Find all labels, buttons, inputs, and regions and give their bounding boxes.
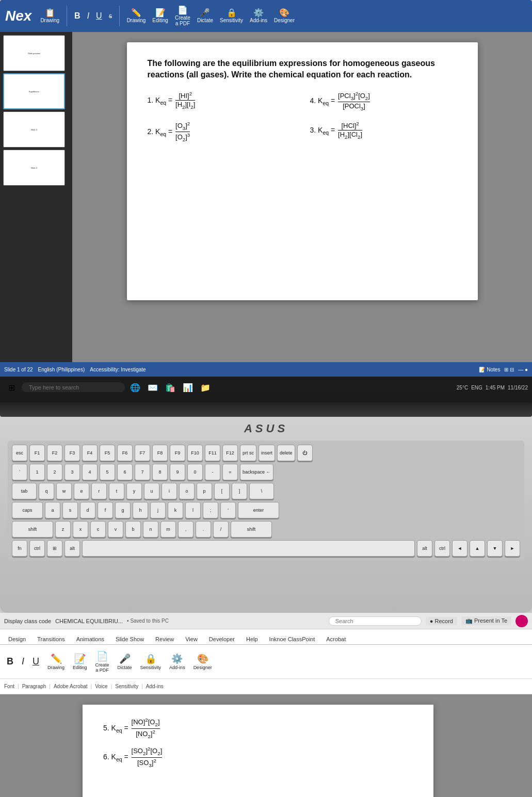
taskbar-mail-icon[interactable]: ✉️ — [146, 380, 160, 392]
tab-animations[interactable]: Animations — [71, 634, 109, 644]
key-capslock[interactable]: caps — [12, 502, 43, 518]
key-f9[interactable]: F9 — [170, 445, 185, 461]
key-f8[interactable]: F8 — [152, 445, 168, 461]
key-f10[interactable]: F10 — [187, 445, 203, 461]
key-f7[interactable]: F7 — [135, 445, 150, 461]
second-editing-button[interactable]: 📝 Editing — [70, 652, 90, 671]
second-create-pdf-button[interactable]: 📄 Createa PDF — [93, 649, 112, 674]
ppt-search-input[interactable] — [329, 616, 422, 626]
key-lctrl[interactable]: ctrl — [29, 540, 45, 557]
slide-thumb-4[interactable]: Slide 4 — [3, 150, 65, 186]
strikethrough-button[interactable]: S̶ — [106, 12, 115, 21]
key-slash[interactable]: / — [213, 521, 229, 538]
second-designer-button[interactable]: 🎨 Designer — [191, 652, 215, 671]
key-l[interactable]: l — [185, 502, 201, 518]
slide-thumb-3[interactable]: Slide 3 — [3, 111, 65, 148]
key-delete[interactable]: delete — [277, 445, 295, 461]
key-w[interactable]: w — [56, 483, 72, 499]
key-period[interactable]: . — [196, 521, 211, 538]
zoom-control[interactable]: — ● — [518, 367, 528, 372]
key-i[interactable]: i — [162, 483, 177, 499]
taskbar-excel-icon[interactable]: 📊 — [181, 380, 195, 392]
key-f6[interactable]: F6 — [117, 445, 133, 461]
key-rshift[interactable]: shift — [231, 521, 272, 538]
key-enter[interactable]: enter — [238, 502, 279, 518]
key-2[interactable]: 2 — [47, 464, 62, 480]
key-n[interactable]: n — [143, 521, 158, 538]
bold-button[interactable]: B — [72, 10, 83, 22]
create-pdf-button[interactable]: 📄 Createa PDF — [172, 5, 193, 28]
key-u[interactable]: u — [144, 483, 159, 499]
second-underline-button[interactable]: U — [30, 655, 42, 668]
key-lalt[interactable]: alt — [65, 540, 80, 557]
tab-developer[interactable]: Developer — [204, 634, 240, 644]
key-right[interactable]: ► — [505, 540, 520, 557]
key-0[interactable]: 0 — [187, 464, 203, 480]
tab-design[interactable]: Design — [3, 634, 31, 644]
taskbar-powerpoint-icon[interactable]: 📁 — [198, 380, 213, 392]
designer-button[interactable]: 🎨 Designer — [271, 7, 297, 25]
tab-help[interactable]: Help — [241, 634, 263, 644]
key-quote[interactable]: ' — [220, 502, 236, 518]
key-6[interactable]: 6 — [117, 464, 133, 480]
key-lbracket[interactable]: [ — [214, 483, 230, 499]
key-f4[interactable]: F4 — [82, 445, 98, 461]
taskbar-store-icon[interactable]: 🛍️ — [163, 380, 178, 392]
second-bold-button[interactable]: B — [4, 655, 16, 668]
key-d[interactable]: d — [80, 502, 95, 518]
key-f2[interactable]: F2 — [47, 445, 62, 461]
key-q[interactable]: q — [39, 483, 54, 499]
taskbar-chrome-icon[interactable]: 🌐 — [128, 380, 142, 392]
key-fn[interactable]: fn — [12, 540, 27, 557]
key-lshift[interactable]: shift — [12, 521, 53, 538]
key-esc[interactable]: esc — [12, 445, 27, 461]
key-tab[interactable]: tab — [12, 483, 37, 499]
notes-button[interactable]: 📝 Notes — [479, 367, 500, 372]
search-input[interactable] — [22, 382, 125, 392]
second-italic-button[interactable]: I — [19, 655, 27, 668]
key-j[interactable]: j — [150, 502, 166, 518]
key-f[interactable]: f — [98, 502, 113, 518]
tab-transitions[interactable]: Transitions — [32, 634, 70, 644]
key-f12[interactable]: F12 — [222, 445, 238, 461]
key-s[interactable]: s — [62, 502, 78, 518]
editing-button[interactable]: 📝 Editing — [150, 7, 171, 25]
key-8[interactable]: 8 — [152, 464, 168, 480]
key-z[interactable]: z — [55, 521, 71, 538]
tab-acrobat[interactable]: Acrobat — [321, 634, 351, 644]
key-v[interactable]: v — [108, 521, 123, 538]
key-k[interactable]: k — [168, 502, 183, 518]
key-p[interactable]: p — [197, 483, 212, 499]
key-rctrl[interactable]: ctrl — [434, 540, 450, 557]
key-1[interactable]: 1 — [29, 464, 45, 480]
key-semicolon[interactable]: ; — [203, 502, 218, 518]
key-4[interactable]: 4 — [82, 464, 98, 480]
key-rbracket[interactable]: ] — [232, 483, 247, 499]
key-left[interactable]: ◄ — [452, 540, 467, 557]
present-button[interactable]: 📺 Present in Te — [461, 616, 511, 625]
drawing-button[interactable]: ✏️ Drawing — [124, 7, 149, 25]
key-f11[interactable]: F11 — [205, 445, 220, 461]
key-b[interactable]: b — [125, 521, 141, 538]
key-9[interactable]: 9 — [170, 464, 185, 480]
second-dictate-button[interactable]: 🎤 Dictate — [115, 652, 135, 671]
key-t[interactable]: t — [109, 483, 124, 499]
key-f5[interactable]: F5 — [100, 445, 115, 461]
key-x[interactable]: x — [73, 521, 88, 538]
start-button[interactable]: ⊞ — [4, 380, 19, 392]
tab-inknoe[interactable]: Inknoe ClassPoint — [264, 634, 320, 644]
key-g[interactable]: g — [115, 502, 131, 518]
second-drawing-button[interactable]: ✏️ Drawing — [45, 652, 67, 671]
key-3[interactable]: 3 — [65, 464, 80, 480]
key-backspace[interactable]: backspace ← — [240, 464, 273, 480]
key-up[interactable]: ▲ — [470, 540, 485, 557]
key-space[interactable] — [82, 540, 415, 557]
italic-button[interactable]: I — [85, 10, 92, 22]
key-m[interactable]: m — [160, 521, 176, 538]
tab-view[interactable]: View — [180, 634, 203, 644]
key-f3[interactable]: F3 — [65, 445, 80, 461]
key-comma[interactable]: , — [178, 521, 194, 538]
key-y[interactable]: y — [126, 483, 142, 499]
second-add-ins-button[interactable]: ⚙️ Add-ins — [167, 652, 188, 671]
dictate-button[interactable]: 🎤 Dictate — [195, 7, 216, 25]
